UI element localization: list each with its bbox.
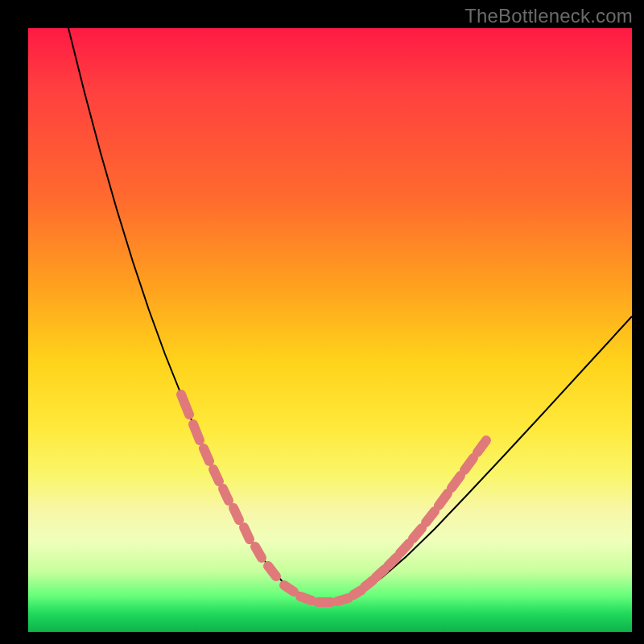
plot-area bbox=[28, 28, 632, 632]
dash-segment bbox=[193, 424, 200, 440]
dash-segment bbox=[213, 469, 219, 481]
dash-segment bbox=[181, 394, 189, 415]
dash-segment bbox=[337, 598, 349, 601]
dash-segment bbox=[300, 597, 312, 601]
curve-svg bbox=[28, 28, 632, 632]
dash-segment bbox=[353, 590, 361, 595]
dash-segment bbox=[464, 458, 473, 470]
dash-segment bbox=[204, 448, 209, 461]
highlight-dashes bbox=[181, 394, 486, 602]
dash-segment bbox=[255, 547, 262, 558]
bottleneck-curve bbox=[68, 28, 632, 601]
dash-segment bbox=[284, 585, 294, 592]
dash-segment bbox=[439, 493, 448, 506]
dash-segment bbox=[452, 476, 460, 488]
dash-segment bbox=[413, 528, 422, 539]
chart-frame: TheBottleneck.com bbox=[0, 0, 644, 644]
dash-segment bbox=[477, 440, 486, 452]
dash-segment bbox=[244, 527, 250, 539]
dash-segment bbox=[388, 557, 397, 566]
dash-segment bbox=[400, 543, 409, 553]
dash-segment bbox=[426, 511, 435, 522]
dash-segment bbox=[233, 508, 239, 520]
dash-segment bbox=[268, 566, 276, 576]
dash-segment bbox=[223, 489, 229, 501]
watermark-text: TheBottleneck.com bbox=[464, 5, 633, 27]
dash-segment bbox=[365, 580, 373, 587]
dash-segment bbox=[376, 569, 385, 577]
